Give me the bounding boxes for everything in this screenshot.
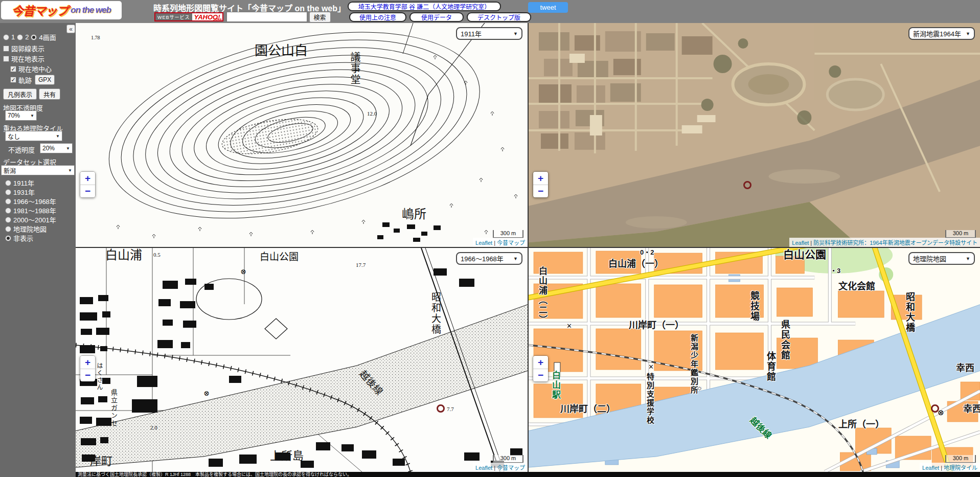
- radio-screen-2-label: 2: [25, 33, 29, 41]
- map-canvas-1911[interactable]: [76, 23, 528, 247]
- zoom-out-button[interactable]: −: [533, 369, 548, 381]
- overlay-opacity-select[interactable]: 20% ▼: [40, 143, 73, 153]
- tweet-button[interactable]: tweet: [528, 2, 568, 13]
- zoom-out-button[interactable]: −: [80, 369, 95, 381]
- source-link[interactable]: 地理院タイル: [944, 465, 977, 471]
- current-location-checkbox[interactable]: [3, 56, 9, 62]
- zoom-in-button[interactable]: +: [533, 356, 548, 369]
- attribution-separator: |: [941, 465, 942, 471]
- overlay-tile-value: なし: [8, 132, 20, 141]
- outline-checkbox-label: 図郭線表示: [11, 43, 44, 53]
- gpx-button[interactable]: GPX: [35, 75, 55, 85]
- radio-hidden[interactable]: [5, 235, 11, 241]
- map-panel-gsi[interactable]: 白山公園0・2白山浦（一）白山浦（二）・3文化会館競技場県民会館体育館川岸町（一…: [529, 248, 980, 472]
- leaflet-link[interactable]: Leaflet: [792, 240, 809, 246]
- zoom-out-button[interactable]: −: [80, 185, 95, 197]
- radio-2000[interactable]: [5, 217, 11, 223]
- leaflet-link[interactable]: Leaflet: [475, 240, 492, 246]
- radio-1911[interactable]: [5, 180, 11, 186]
- chevron-down-icon: ▼: [68, 168, 72, 173]
- chevron-down-icon: ▼: [513, 31, 518, 36]
- attribution: Leaflet|今昔マップ: [473, 463, 528, 472]
- map-canvas-aerial[interactable]: [529, 23, 980, 247]
- attribution-separator: |: [494, 240, 495, 246]
- center-location-checkbox[interactable]: ✓: [10, 66, 16, 72]
- search-input[interactable]: [226, 12, 307, 22]
- layer-select-1966[interactable]: 1966～1968年 ▼: [456, 252, 522, 265]
- chevron-down-icon: ▼: [966, 256, 970, 261]
- lab-link[interactable]: 埼玉大学教育学部 谷 謙二（人文地理学研究室）: [348, 2, 501, 11]
- map-panel-1966[interactable]: 白山浦0.5白山公園17.7昭和大橋越後線はくさん県立ガンセ上所島岸町2.07.…: [76, 248, 528, 472]
- search-button[interactable]: 検索: [309, 12, 331, 22]
- scale-bar: 300 m: [945, 455, 976, 463]
- map-opacity-select[interactable]: 70% ▼: [5, 110, 37, 121]
- sidebar-collapse-button[interactable]: «: [66, 25, 75, 33]
- map-canvas-gsi[interactable]: [529, 248, 980, 472]
- yahoo-webservice-badge[interactable]: WEBサービス YAHOO!JAPAN: [154, 12, 223, 21]
- source-link[interactable]: 今昔マップ: [497, 240, 525, 246]
- zoom-in-button[interactable]: +: [80, 356, 95, 369]
- outline-checkbox[interactable]: [3, 46, 9, 52]
- radio-1981[interactable]: [5, 208, 11, 214]
- map-canvas-1966[interactable]: [76, 248, 528, 472]
- radio-1911-label: 1911年: [13, 178, 34, 188]
- location-marker-icon: [931, 404, 939, 413]
- checkbox-row-location: 現在地表示: [3, 54, 44, 63]
- radio-1931[interactable]: [5, 189, 11, 195]
- map-opacity-value: 70%: [8, 112, 20, 119]
- zoom-in-button[interactable]: +: [533, 172, 548, 185]
- location-marker-icon: [437, 404, 445, 413]
- site-logo[interactable]: 今昔マップ on the web: [1, 1, 122, 19]
- search-area: WEBサービス YAHOO!JAPAN 検索: [154, 12, 331, 22]
- zoom-control: + −: [533, 355, 549, 382]
- zoom-control: + −: [80, 355, 96, 382]
- map-panel-aerial-1964[interactable]: 新潟地震1964年 ▼ + − 300 m Leaflet|防災科学技術研究所：…: [529, 23, 980, 247]
- chevron-down-icon: ▼: [513, 256, 518, 261]
- radio-screen-2[interactable]: [17, 34, 23, 40]
- zoom-out-button[interactable]: −: [533, 185, 548, 197]
- usage-notice-link[interactable]: 使用上の注意: [349, 12, 406, 22]
- yahoo-japan-text: JAPAN: [213, 18, 222, 21]
- year-radio-1911: 1911年: [5, 178, 34, 188]
- logo-text-main: 今昔マップ: [12, 2, 68, 19]
- location-marker-icon: [743, 181, 751, 189]
- layer-select-1911-value: 1911年: [461, 29, 482, 38]
- year-radio-1931: 1931年: [5, 187, 35, 197]
- desktop-version-link[interactable]: デスクトップ版: [467, 12, 531, 22]
- layer-select-1911[interactable]: 1911年 ▼: [456, 27, 522, 40]
- used-data-link[interactable]: 使用データ: [409, 12, 464, 22]
- dataset-value: 新潟: [4, 166, 16, 175]
- zoom-control: + −: [533, 171, 549, 198]
- track-checkbox-label: 軌跡: [18, 75, 32, 85]
- layer-select-aerial[interactable]: 新潟地震1964年 ▼: [908, 27, 975, 40]
- radio-1966-label: 1966～1968年: [13, 196, 56, 206]
- legend-button[interactable]: 凡例表示: [3, 88, 37, 100]
- zoom-control: + −: [80, 171, 96, 198]
- radio-1966[interactable]: [5, 198, 11, 205]
- zoom-in-button[interactable]: +: [80, 172, 95, 185]
- radio-screen-4-label: 4画面: [39, 32, 56, 42]
- share-button[interactable]: 共有: [39, 88, 60, 100]
- sidebar: « 1 2 4画面 図郭線表示 現在地表示 ✓ 現在地中心 ✓ 軌跡 GPX 凡…: [0, 23, 76, 477]
- checkbox-row-center: ✓ 現在地中心: [10, 64, 52, 74]
- leaflet-link[interactable]: Leaflet: [922, 465, 939, 471]
- source-link[interactable]: 防災科学技術研究所：1964年新潟地震オープンデータ特設サイト: [813, 240, 977, 246]
- source-link[interactable]: 今昔マップ: [497, 465, 525, 471]
- radio-gsi-map[interactable]: [5, 226, 11, 232]
- map-panel-1911[interactable]: 園公山白議事堂12.01.78嶋所 1911年 ▼ + − 300 m Leaf…: [76, 23, 528, 247]
- track-checkbox[interactable]: ✓: [10, 77, 16, 83]
- year-radio-gsi: 地理院地図: [5, 224, 47, 234]
- overlay-opacity-label: 不透明度: [8, 145, 35, 154]
- radio-screen-1[interactable]: [3, 34, 9, 40]
- radio-screen-1-label: 1: [11, 33, 15, 41]
- year-radio-1981: 1981～1988年: [5, 206, 56, 215]
- scale-bar: 300 m: [493, 230, 523, 238]
- layer-select-gsi-value: 地理院地図: [913, 254, 946, 263]
- dataset-select[interactable]: 新潟 ▼: [1, 165, 75, 175]
- radio-screen-4[interactable]: [31, 34, 37, 40]
- overlay-tile-select[interactable]: なし ▼: [5, 131, 62, 141]
- layer-select-gsi[interactable]: 地理院地図 ▼: [908, 252, 975, 265]
- radio-1981-label: 1981～1988年: [13, 206, 56, 215]
- attribution: Leaflet|地理院タイル: [920, 463, 980, 472]
- leaflet-link[interactable]: Leaflet: [475, 465, 492, 471]
